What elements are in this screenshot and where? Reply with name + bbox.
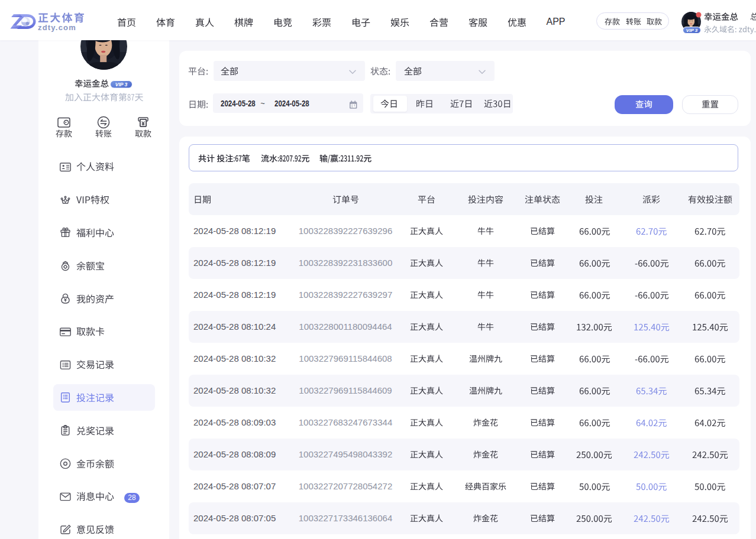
svg-text:VIP 3: VIP 3	[115, 81, 128, 87]
svg-text:VIP 3: VIP 3	[686, 27, 698, 33]
